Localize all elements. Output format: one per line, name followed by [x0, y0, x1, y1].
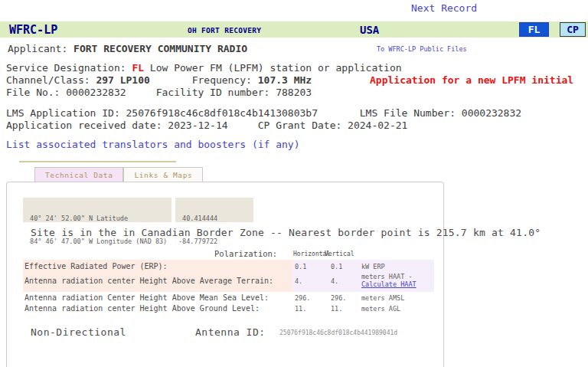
- station-community: OH FORT RECOVERY: [188, 26, 261, 34]
- frequency-label: Frequency:: [150, 74, 258, 86]
- column-header-vertical: Vertical: [325, 251, 354, 257]
- erp-horizontal-value: 0.1: [295, 263, 306, 270]
- file-number-line: File No.: 0000232832 Facility ID number:…: [6, 87, 312, 98]
- public-files-link[interactable]: To WFRC-LP Public Files: [377, 45, 467, 53]
- agl-vertical-value: 11.: [331, 305, 342, 313]
- station-country: USA: [360, 24, 379, 36]
- application-status-note: Application for a new LPFM initial: [370, 74, 573, 86]
- channel-frequency-line: Channel/Class: 297 LP100 Frequency: 107.…: [6, 74, 312, 86]
- lms-id-line: LMS Application ID: 25076f918c46c8df018c…: [6, 107, 521, 119]
- amsl-units: meters AMSL: [361, 294, 404, 302]
- service-designation-line: Service Designation: FL Low Power FM (LP…: [6, 62, 402, 74]
- amsl-horizontal-value: 296.: [295, 294, 310, 302]
- erp-label: Effective Radiated Power (ERP):: [24, 262, 168, 270]
- applicant-name: FORT RECOVERY COMMUNITY RADIO: [74, 43, 247, 54]
- polarization-label: Polarization:: [214, 249, 277, 258]
- erp-units: kW ERP: [361, 263, 385, 270]
- applicant-line: Applicant: FORT RECOVERY COMMUNITY RADIO: [8, 43, 247, 54]
- antenna-id-value: 25076f918c46c8df018c4b441989041d: [279, 329, 397, 336]
- haat-label: Antenna radiation center Height Above Av…: [24, 277, 273, 285]
- haat-units: meters HAAT -: [361, 273, 413, 280]
- coordinates-dms-box: 40° 24' 52.00" N Latitude 84° 46' 47.00"…: [23, 198, 172, 222]
- station-header-bar: [0, 21, 588, 38]
- tab-top-divider: [19, 161, 176, 162]
- channel-value: 297 LP100: [96, 74, 149, 86]
- tab-technical-data[interactable]: Technical Data: [34, 167, 123, 182]
- next-record-link[interactable]: Next Record: [411, 2, 477, 14]
- service-description: Low Power FM (LPFM) station or applicati…: [144, 62, 402, 74]
- longitude-dms: 84° 46' 47.00" W Longitude (NAD 83): [26, 238, 168, 245]
- latitude-decimal: 40.414444: [178, 215, 250, 222]
- amsl-label: Antenna radiation Center Height Above Me…: [24, 293, 269, 302]
- frequency-value: 107.3 MHz: [258, 74, 312, 86]
- tab-links-maps[interactable]: Links & Maps: [123, 167, 203, 182]
- fcc-station-page: Next Record WFRC-LP OH FORT RECOVERY USA…: [0, 0, 588, 367]
- latitude-dms: 40° 24' 52.00" N Latitude: [26, 215, 168, 222]
- haat-vertical-value: 4.: [331, 277, 338, 285]
- service-code: FL: [132, 62, 144, 74]
- longitude-decimal: -84.779722: [178, 238, 250, 245]
- erp-vertical-value: 0.1: [331, 263, 342, 270]
- application-dates-line: Application received date: 2023-12-14 CP…: [6, 120, 407, 131]
- haat-horizontal-value: 4.: [295, 277, 302, 285]
- calculate-haat-link[interactable]: Calculate HAAT: [361, 280, 416, 288]
- coordinates-decimal-box: 40.414444 -84.779722: [175, 198, 253, 222]
- border-zone-status: Site is in the in Canadian Border Zone -…: [31, 227, 541, 238]
- agl-label: Antenna radiation center Height Above Gr…: [24, 304, 260, 313]
- translators-boosters-link[interactable]: List associated translators and boosters…: [6, 139, 300, 150]
- agl-units: meters AGL: [361, 305, 400, 313]
- directionality-value: Non-Directional: [31, 326, 126, 338]
- service-designation-label: Service Designation:: [6, 62, 132, 74]
- applicant-label: Applicant:: [8, 43, 74, 54]
- service-fl-badge[interactable]: FL: [519, 22, 549, 37]
- agl-horizontal-value: 11.: [295, 305, 306, 313]
- tab-bar: Technical Data Links & Maps: [34, 167, 203, 182]
- cp-badge[interactable]: CP: [560, 22, 586, 37]
- channel-label: Channel/Class:: [6, 74, 96, 86]
- antenna-id-label: Antenna ID:: [195, 326, 266, 338]
- amsl-vertical-value: 296.: [331, 294, 346, 302]
- station-callsign: WFRC-LP: [9, 23, 57, 37]
